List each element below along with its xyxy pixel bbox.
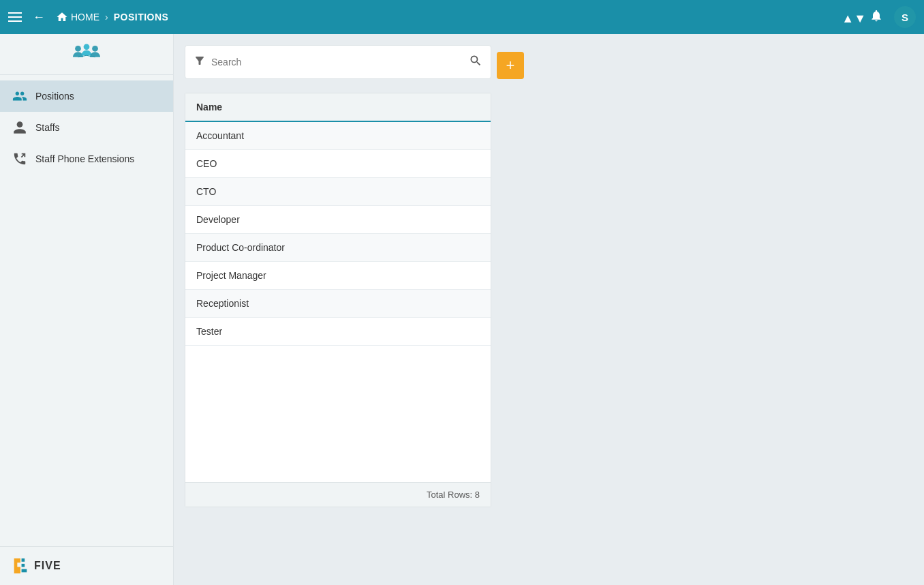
positions-table: Name AccountantCEOCTODeveloperProduct Co… — [185, 93, 491, 507]
table-empty-space — [185, 346, 491, 482]
phone-extensions-icon — [11, 150, 29, 168]
table-row[interactable]: CTO — [185, 178, 491, 206]
search-button[interactable] — [469, 54, 482, 71]
filter-icon — [194, 55, 206, 70]
search-bar — [185, 45, 491, 79]
sidebar-navigation: Positions Staffs Staff Phone Extensions — [0, 75, 173, 546]
table-row[interactable]: Project Manager — [185, 262, 491, 290]
svg-marker-5 — [14, 558, 20, 573]
svg-point-2 — [92, 45, 98, 51]
table-row[interactable]: Receptionist — [185, 290, 491, 318]
staffs-icon — [11, 119, 29, 136]
five-logo-icon — [11, 556, 30, 575]
sidebar-item-positions[interactable]: Positions — [0, 80, 173, 112]
table-row[interactable]: Tester — [185, 318, 491, 346]
home-label: HOME — [71, 12, 99, 22]
sidebar-footer: FIVE — [0, 546, 173, 585]
user-avatar[interactable]: S — [894, 6, 916, 28]
svg-rect-7 — [22, 564, 25, 567]
main-content: + Name AccountantCEOCTODeveloperProduct … — [174, 34, 924, 585]
table-row[interactable]: CEO — [185, 150, 491, 178]
sidebar: Positions Staffs Staff Phone Extensions — [0, 34, 174, 585]
table-row[interactable]: Product Co-ordinator — [185, 234, 491, 262]
top-navigation: ← HOME › POSITIONS ▲▼ S — [0, 0, 924, 34]
home-icon — [56, 11, 68, 23]
svg-point-1 — [84, 44, 90, 50]
page-title: POSITIONS — [114, 12, 169, 22]
svg-point-0 — [75, 45, 81, 51]
sidebar-item-phone-ext-label: Staff Phone Extensions — [35, 153, 134, 164]
breadcrumb-chevron: › — [105, 12, 108, 22]
svg-rect-6 — [22, 558, 25, 562]
table-row[interactable]: Developer — [185, 206, 491, 234]
sidebar-item-staffs[interactable]: Staffs — [0, 112, 173, 143]
sidebar-item-positions-label: Positions — [35, 91, 74, 102]
table-header-name: Name — [185, 93, 491, 122]
positions-icon — [11, 87, 29, 105]
five-logo-text: FIVE — [34, 560, 61, 572]
table-rows-container: AccountantCEOCTODeveloperProduct Co-ordi… — [185, 122, 491, 346]
search-input[interactable] — [211, 57, 469, 68]
svg-rect-8 — [22, 569, 27, 573]
menu-icon[interactable] — [8, 12, 22, 22]
home-link[interactable]: HOME — [56, 11, 99, 23]
sidebar-item-staffs-label: Staffs — [35, 122, 60, 133]
notification-bell-icon[interactable]: ▲▼ — [836, 6, 889, 29]
table-row[interactable]: Accountant — [185, 122, 491, 150]
add-button[interactable]: + — [497, 52, 524, 79]
back-button[interactable]: ← — [27, 7, 50, 27]
table-footer: Total Rows: 8 — [185, 482, 491, 507]
sidebar-item-staff-phone-extensions[interactable]: Staff Phone Extensions — [0, 143, 173, 175]
search-row: + — [185, 45, 913, 86]
five-logo: FIVE — [11, 556, 61, 575]
app-logo-icon — [70, 41, 104, 68]
sidebar-logo — [0, 34, 173, 75]
